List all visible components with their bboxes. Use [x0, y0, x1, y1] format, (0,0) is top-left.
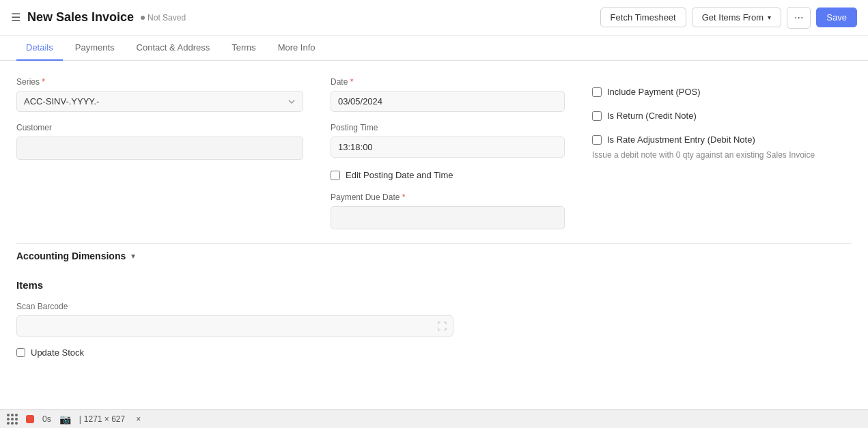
payment-due-date-group: Payment Due Date *: [331, 192, 565, 229]
is-rate-adjustment-checkbox[interactable]: [592, 135, 602, 145]
edit-posting-date-group: Edit Posting Date and Time: [331, 166, 565, 184]
series-group: Series * ACC-SINV-.YYYY.-: [16, 77, 303, 112]
series-label: Series *: [16, 77, 303, 87]
tab-payments[interactable]: Payments: [66, 35, 124, 61]
scan-barcode-icon: ⛶: [437, 321, 447, 332]
payment-due-date-input[interactable]: [331, 206, 565, 229]
customer-input[interactable]: [16, 137, 303, 160]
get-items-from-button[interactable]: Get Items From ▾: [692, 8, 781, 27]
update-stock-checkbox[interactable]: [16, 348, 25, 357]
scan-barcode-label: Scan Barcode: [16, 302, 453, 311]
is-rate-adjustment-group: Is Rate Adjustment Entry (Debit Note) Is…: [592, 130, 852, 160]
items-title: Items: [16, 279, 852, 291]
form-top-section: Series * ACC-SINV-.YYYY.- Customer Date …: [16, 77, 852, 229]
main-content: Series * ACC-SINV-.YYYY.- Customer Date …: [0, 61, 868, 374]
date-input[interactable]: [331, 91, 565, 112]
hamburger-icon[interactable]: ☰: [11, 11, 20, 24]
scan-barcode-group: Scan Barcode ⛶: [16, 302, 453, 337]
update-stock-label[interactable]: Update Stock: [31, 347, 84, 358]
customer-group: Customer: [16, 123, 303, 160]
posting-time-label: Posting Time: [331, 123, 565, 132]
include-payment-label[interactable]: Include Payment (POS): [607, 87, 701, 97]
date-label: Date *: [331, 77, 565, 87]
customer-label: Customer: [16, 123, 303, 132]
edit-posting-label[interactable]: Edit Posting Date and Time: [346, 170, 453, 180]
save-button[interactable]: Save: [816, 8, 857, 27]
accounting-dimensions-chevron: ▾: [131, 251, 135, 261]
middle-column: Date * Posting Time Edit Posting Date an…: [331, 77, 565, 229]
more-options-button[interactable]: ···: [787, 7, 811, 29]
page-title: New Sales Invoice: [27, 10, 134, 25]
include-payment-checkbox[interactable]: [592, 87, 602, 97]
not-saved-badge: Not Saved: [141, 13, 186, 23]
is-rate-adjustment-label[interactable]: Is Rate Adjustment Entry (Debit Note): [607, 134, 755, 145]
date-group: Date *: [331, 77, 565, 112]
tab-more-info[interactable]: More Info: [268, 35, 325, 61]
not-saved-label: Not Saved: [148, 13, 186, 23]
posting-time-group: Posting Time: [331, 123, 565, 158]
update-stock-row: Update Stock: [16, 347, 852, 358]
accounting-dimensions-title: Accounting Dimensions: [16, 251, 126, 261]
tabs: Details Payments Contact & Address Terms…: [0, 35, 868, 61]
tab-contact-address[interactable]: Contact & Address: [127, 35, 220, 61]
chevron-down-icon: ▾: [768, 14, 771, 21]
debit-note-hint: Issue a debit note with 0 qty against an…: [592, 150, 852, 160]
unsaved-dot: [141, 16, 145, 20]
header-left: ☰ New Sales Invoice Not Saved: [11, 10, 592, 25]
left-column: Series * ACC-SINV-.YYYY.- Customer: [16, 77, 303, 229]
is-return-checkbox[interactable]: [592, 111, 602, 121]
scan-barcode-input[interactable]: [16, 315, 453, 337]
header: ☰ New Sales Invoice Not Saved Fetch Time…: [0, 0, 868, 35]
header-right: Fetch Timesheet Get Items From ▾ ··· Sav…: [600, 7, 857, 29]
tab-details[interactable]: Details: [16, 35, 63, 61]
posting-time-input[interactable]: [331, 137, 565, 158]
payment-due-date-label: Payment Due Date *: [331, 192, 565, 202]
tab-terms[interactable]: Terms: [222, 35, 265, 61]
fetch-timesheet-button[interactable]: Fetch Timesheet: [600, 8, 686, 27]
include-payment-group: Include Payment (POS): [592, 83, 852, 101]
is-return-group: Is Return (Credit Note): [592, 106, 852, 125]
is-return-label[interactable]: Is Return (Credit Note): [607, 111, 697, 121]
edit-posting-checkbox[interactable]: [331, 171, 340, 180]
scan-input-wrap: ⛶: [16, 315, 453, 337]
right-column: Include Payment (POS) Is Return (Credit …: [592, 77, 852, 229]
series-select[interactable]: ACC-SINV-.YYYY.-: [16, 91, 303, 112]
accounting-dimensions-header[interactable]: Accounting Dimensions ▾: [16, 243, 852, 268]
items-section: Items Scan Barcode ⛶ Update Stock: [16, 279, 852, 358]
series-required: *: [42, 77, 45, 87]
